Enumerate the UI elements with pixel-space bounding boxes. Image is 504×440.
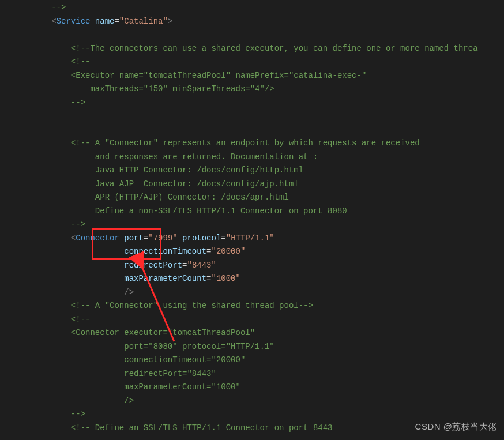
gutter [0,0,9,440]
code-line[interactable]: redirectPort="8443" [13,367,478,381]
code-line[interactable]: /> [13,286,478,300]
code-line[interactable]: <!-- A "Connector" using the shared thre… [13,299,478,313]
code-line[interactable]: <!--The connectors can use a shared exec… [13,42,478,56]
code-line[interactable]: and responses are returned. Documentatio… [13,151,478,164]
code-line[interactable]: maxThreads="150" minSpareThreads="4"/> [13,82,478,96]
code-line[interactable]: APR (HTTP/AJP) Connector: /docs/apr.html [13,191,478,205]
code-line[interactable]: <Executor name="tomcatThreadPool" namePr… [13,69,478,83]
code-line[interactable] [13,28,478,42]
editor: --> <Service name="Catalina"> <!--The co… [0,0,504,440]
code-area[interactable]: --> <Service name="Catalina"> <!--The co… [9,0,478,440]
code-line[interactable]: <Connector executor="tomcatThreadPool" [13,326,478,340]
code-line[interactable]: <!-- A "Connector" represents an endpoin… [13,137,478,151]
code-line[interactable]: --> [13,408,478,422]
code-line[interactable]: Java AJP Connector: /docs/config/ajp.htm… [13,178,478,191]
code-line[interactable]: /> [13,394,478,408]
code-line[interactable]: Java HTTP Connector: /docs/config/http.h… [13,164,478,178]
code-line[interactable]: --> [13,218,478,232]
code-line[interactable]: <Connector port="7999" protocol="HTTP/1.… [13,232,478,246]
code-line[interactable]: redirectPort="8443" [13,259,478,273]
code-line[interactable]: <!-- [13,313,478,327]
code-line[interactable]: connectionTimeout="20000" [13,353,478,367]
code-line[interactable]: --> [13,1,478,15]
code-line[interactable] [13,110,478,123]
code-line[interactable]: <Service name="Catalina"> [13,15,478,29]
code-line[interactable]: --> [13,96,478,110]
code-line[interactable]: maxParameterCount="1000" [13,272,478,286]
code-line[interactable] [13,123,478,137]
code-line[interactable]: port="8080" protocol="HTTP/1.1" [13,340,478,354]
code-line[interactable]: maxParameterCount="1000" [13,381,478,394]
watermark: CSDN @荔枝当大佬 [415,420,497,434]
code-line[interactable]: connectionTimeout="20000" [13,245,478,259]
code-line[interactable]: <!-- Define an SSL/TLS HTTP/1.1 Connecto… [13,422,478,435]
code-line[interactable]: Define a non-SSL/TLS HTTP/1.1 Connector … [13,205,478,219]
code-line[interactable]: <!-- [13,55,478,69]
